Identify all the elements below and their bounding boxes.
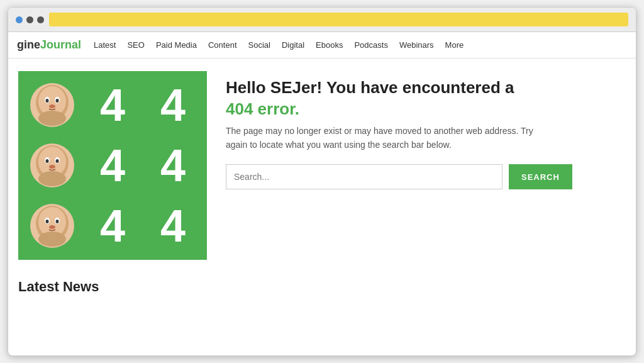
nav-item-podcasts[interactable]: Podcasts <box>354 40 387 50</box>
four-digit-6: 4 <box>160 203 186 249</box>
face-icon-3 <box>30 204 74 248</box>
svg-point-5 <box>56 99 59 103</box>
traffic-dot-green[interactable] <box>37 16 44 23</box>
browser-chrome <box>8 8 636 32</box>
traffic-dot-red[interactable] <box>16 16 23 23</box>
error-headline: Hello SEJer! You have encountered a 404 … <box>226 77 626 120</box>
page-content: 4 4 <box>8 59 636 308</box>
nav-item-content[interactable]: Content <box>208 40 237 50</box>
logo-journal: Journal <box>40 38 81 51</box>
error-code: 404 error. <box>226 99 299 118</box>
nav-item-seo[interactable]: SEO <box>127 40 144 50</box>
svg-point-23 <box>38 232 66 247</box>
nav-item-paid-media[interactable]: Paid Media <box>156 40 197 50</box>
svg-point-4 <box>46 99 49 103</box>
nav-item-digital[interactable]: Digital <box>282 40 304 50</box>
svg-point-13 <box>56 159 59 163</box>
face-icon-1 <box>30 83 74 127</box>
four-cell-2: 4 <box>144 76 202 134</box>
face-icon-2 <box>30 143 74 187</box>
four-digit-5: 4 <box>100 203 125 249</box>
svg-point-12 <box>46 159 49 163</box>
nav-item-ebooks[interactable]: Ebooks <box>316 40 343 50</box>
svg-point-20 <box>46 220 49 223</box>
nav-links: Latest SEO Paid Media Content Social Dig… <box>94 40 464 50</box>
address-bar[interactable] <box>49 13 628 26</box>
four-cell-3: 4 <box>84 137 142 194</box>
error-headline-text: Hello SEJer! You have encountered a <box>226 78 514 97</box>
four-cell-5: 4 <box>84 197 142 255</box>
four-digit-1: 4 <box>100 82 125 128</box>
four-cell-4: 4 <box>144 137 202 194</box>
traffic-dot-yellow[interactable] <box>26 16 33 23</box>
four-digit-2: 4 <box>160 82 186 128</box>
face-cell-2 <box>23 137 81 194</box>
four-digit-4: 4 <box>160 143 186 188</box>
nav-item-social[interactable]: Social <box>248 40 270 50</box>
svg-point-15 <box>38 171 66 186</box>
face-cell-3 <box>23 197 81 255</box>
logo-gine: gine <box>17 38 40 51</box>
latest-news-heading: Latest News <box>18 279 626 295</box>
svg-point-22 <box>49 225 55 229</box>
browser-window: gineJournal Latest SEO Paid Media Conten… <box>8 7 636 356</box>
svg-point-6 <box>49 104 55 108</box>
four-digit-3: 4 <box>100 143 125 188</box>
four-cell-6: 4 <box>144 197 202 255</box>
nav-item-more[interactable]: More <box>445 40 464 50</box>
search-row: SEARCH <box>226 164 626 189</box>
error-text: Hello SEJer! You have encountered a 404 … <box>226 71 626 189</box>
face-cell-1 <box>23 76 81 134</box>
site-nav: gineJournal Latest SEO Paid Media Conten… <box>8 32 636 59</box>
search-input[interactable] <box>226 164 502 189</box>
traffic-lights <box>16 16 44 23</box>
svg-point-7 <box>38 111 66 126</box>
site-logo: gineJournal <box>17 38 81 52</box>
nav-item-latest[interactable]: Latest <box>94 40 116 50</box>
error-section: 4 4 <box>18 71 626 260</box>
svg-point-21 <box>56 220 59 223</box>
search-button[interactable]: SEARCH <box>509 164 572 189</box>
error-image-grid: 4 4 <box>18 71 207 260</box>
svg-point-14 <box>49 165 55 169</box>
nav-item-webinars[interactable]: Webinars <box>399 40 434 50</box>
error-description: The page may no longer exist or may have… <box>226 124 540 152</box>
four-cell-1: 4 <box>84 76 142 134</box>
